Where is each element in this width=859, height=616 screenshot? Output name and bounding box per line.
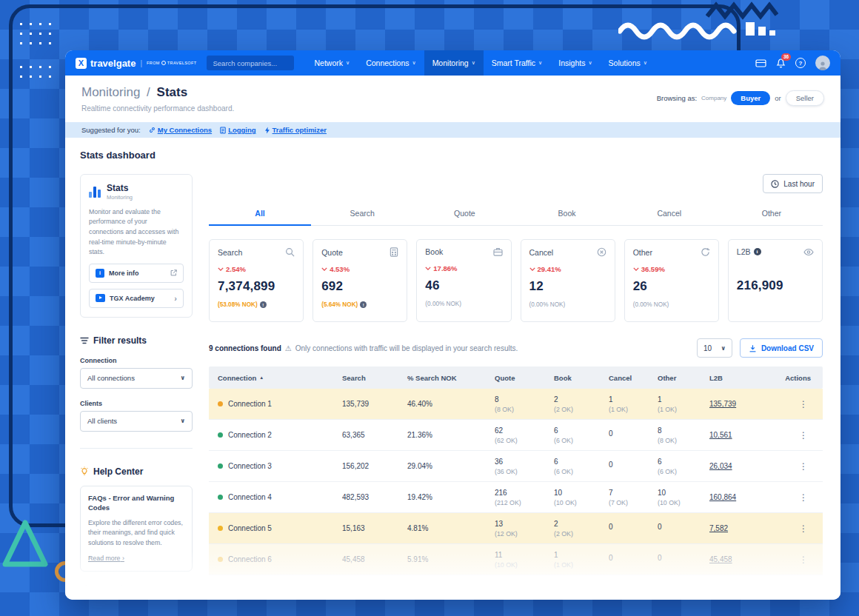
link-traffic-optimizer[interactable]: Traffic optimizer bbox=[264, 126, 327, 134]
tab-other[interactable]: Other bbox=[721, 203, 823, 225]
next-help-article[interactable]: Discrepancy between TGX bbox=[80, 583, 193, 592]
delta-down: 17.86% bbox=[425, 264, 502, 272]
connection-name: Connection 1 bbox=[228, 400, 272, 408]
cell-l2b[interactable]: 10,561 bbox=[709, 431, 778, 439]
nav-item-insights[interactable]: Insights ∨ bbox=[550, 50, 600, 76]
column-header-search-nok[interactable]: % Search NOK bbox=[407, 374, 495, 382]
cell-l2b[interactable]: 7,582 bbox=[709, 524, 778, 532]
tgx-academy-button[interactable]: TGX Academy › bbox=[89, 289, 184, 308]
table-row[interactable]: Connection 5 15,163 4.81% 13(12 OK) 2(2 … bbox=[209, 513, 823, 544]
bolt-icon bbox=[264, 127, 270, 134]
card-title: Quote bbox=[321, 248, 343, 257]
column-header-cancel[interactable]: Cancel bbox=[609, 374, 658, 382]
read-more-label: Read more bbox=[88, 555, 121, 562]
tab-book[interactable]: Book bbox=[516, 203, 618, 225]
tab-cancel[interactable]: Cancel bbox=[618, 203, 721, 225]
clients-filter-select[interactable]: All clients ∨ bbox=[80, 411, 193, 432]
cell-quote-ok: (12 OK) bbox=[495, 530, 554, 538]
card-title: Book bbox=[425, 247, 443, 256]
sidebar: Stats Monitoring Monitor and evaluate th… bbox=[80, 174, 193, 592]
stat-value: 692 bbox=[321, 279, 398, 294]
link-my-connections[interactable]: My Connections bbox=[149, 126, 212, 134]
cell-l2b[interactable]: 45,458 bbox=[709, 555, 778, 563]
row-actions-button[interactable]: ⋮ bbox=[778, 523, 823, 534]
column-header-l2b[interactable]: L2B bbox=[709, 374, 778, 382]
page-size-select[interactable]: 10 ∨ bbox=[697, 338, 732, 358]
filter-results-header: Filter results bbox=[80, 335, 193, 346]
card-icon[interactable] bbox=[755, 58, 766, 68]
table-row[interactable]: Connection 3 156,202 29.04% 36(36 OK) 6(… bbox=[209, 451, 823, 482]
arrow-down-icon bbox=[633, 267, 639, 271]
nav-item-smart-traffic[interactable]: Smart Traffic ∨ bbox=[484, 50, 550, 76]
column-header-book[interactable]: Book bbox=[554, 374, 609, 382]
download-csv-button[interactable]: Download CSV bbox=[740, 338, 823, 358]
cell-search-nok: 5.91% bbox=[407, 555, 495, 563]
table-header-row: Connection ▲ Search % Search NOK Quote B… bbox=[209, 366, 823, 389]
column-header-other[interactable]: Other bbox=[658, 374, 709, 382]
read-more-link[interactable]: Read more › bbox=[88, 555, 124, 562]
kebab-icon: ⋮ bbox=[799, 430, 808, 441]
row-actions-button[interactable]: ⋮ bbox=[778, 461, 823, 472]
seller-toggle-button[interactable]: Seller bbox=[786, 90, 824, 106]
row-actions-button[interactable]: ⋮ bbox=[778, 399, 823, 409]
results-bar: 9 connections found ⚠ Only connections w… bbox=[209, 338, 823, 358]
help-center-header: Help Center bbox=[80, 466, 193, 477]
suggested-label: Suggested for you: bbox=[81, 126, 141, 134]
cell-l2b[interactable]: 135,739 bbox=[709, 400, 778, 408]
column-header-search[interactable]: Search bbox=[342, 374, 407, 382]
tab-search[interactable]: Search bbox=[311, 203, 413, 225]
more-info-button[interactable]: i More info bbox=[89, 264, 184, 283]
page-header: Monitoring / Stats Realtime connectivity… bbox=[65, 76, 840, 122]
cell-book-ok: (2 OK) bbox=[554, 406, 609, 413]
table-row[interactable]: Connection 4 482,593 19.42% 216(212 OK) … bbox=[209, 482, 823, 513]
buyer-toggle-button[interactable]: Buyer bbox=[731, 91, 770, 105]
cell-search: 15,163 bbox=[342, 524, 407, 532]
nav-item-connections[interactable]: Connections ∨ bbox=[358, 50, 424, 76]
cell-cancel: 1 bbox=[609, 395, 658, 404]
help-icon[interactable]: ? bbox=[795, 58, 806, 68]
table-row[interactable]: Connection 2 63,365 21.36% 62(62 OK) 6(6… bbox=[209, 420, 823, 451]
eye-icon[interactable] bbox=[803, 248, 814, 256]
search-input[interactable] bbox=[207, 56, 294, 70]
breadcrumb-monitoring[interactable]: Monitoring bbox=[81, 85, 140, 99]
tab-all[interactable]: All bbox=[209, 203, 311, 226]
row-actions-button[interactable]: ⋮ bbox=[778, 430, 823, 441]
column-header-connection[interactable]: Connection ▲ bbox=[209, 374, 342, 382]
chevron-right-icon: › bbox=[122, 555, 124, 562]
calculator-icon bbox=[390, 247, 398, 257]
suggested-bar: Suggested for you: My Connections Loggin… bbox=[65, 122, 840, 138]
travelgate-logo[interactable]: X travelgate | FROM TRAVELSOFT bbox=[76, 58, 196, 69]
tab-quote[interactable]: Quote bbox=[413, 203, 515, 225]
status-dot bbox=[218, 495, 223, 500]
table-row[interactable]: Connection 1 135,739 46.40% 8(8 OK) 2(2 … bbox=[209, 389, 823, 420]
cell-book: 6 bbox=[554, 458, 609, 466]
chevron-down-icon: ∨ bbox=[346, 60, 350, 66]
cell-search: 63,365 bbox=[342, 431, 407, 439]
cell-quote: 11 bbox=[495, 551, 554, 559]
filter-title: Filter results bbox=[93, 335, 147, 346]
cell-l2b[interactable]: 26,034 bbox=[709, 462, 778, 470]
logo-text: travelgate bbox=[90, 58, 136, 69]
nav-label: Network bbox=[314, 58, 343, 67]
info-icon[interactable]: i bbox=[754, 248, 761, 255]
cell-quote: 13 bbox=[495, 520, 554, 528]
nav-label: Smart Traffic bbox=[492, 58, 535, 67]
connection-filter-select[interactable]: All connections ∨ bbox=[80, 368, 193, 389]
time-range-button[interactable]: Last hour bbox=[763, 174, 823, 193]
notifications-bell-icon[interactable]: 36 bbox=[776, 58, 786, 68]
row-actions-button[interactable]: ⋮ bbox=[778, 492, 823, 503]
nav-item-monitoring[interactable]: Monitoring ∨ bbox=[424, 50, 484, 76]
column-header-quote[interactable]: Quote bbox=[495, 374, 554, 382]
decoration-triangle-teal bbox=[1, 517, 49, 570]
nav-item-network[interactable]: Network ∨ bbox=[306, 50, 358, 76]
x-circle-icon bbox=[597, 247, 606, 257]
row-actions-button[interactable]: ⋮ bbox=[778, 555, 823, 565]
nav-item-solutions[interactable]: Solutions ∨ bbox=[601, 50, 655, 76]
user-avatar[interactable] bbox=[815, 56, 830, 70]
main-navigation: Network ∨ Connections ∨ Monitoring ∨ Sma… bbox=[306, 50, 655, 76]
dashboard-content: Last hour All Search Quote Book Cancel O… bbox=[209, 174, 823, 592]
cell-l2b[interactable]: 160,864 bbox=[709, 493, 778, 501]
cell-other: 6 bbox=[658, 458, 709, 466]
link-logging[interactable]: Logging bbox=[220, 126, 255, 134]
table-row[interactable]: Connection 6 45,458 5.91% 11(10 OK) 1(1 … bbox=[209, 544, 823, 575]
